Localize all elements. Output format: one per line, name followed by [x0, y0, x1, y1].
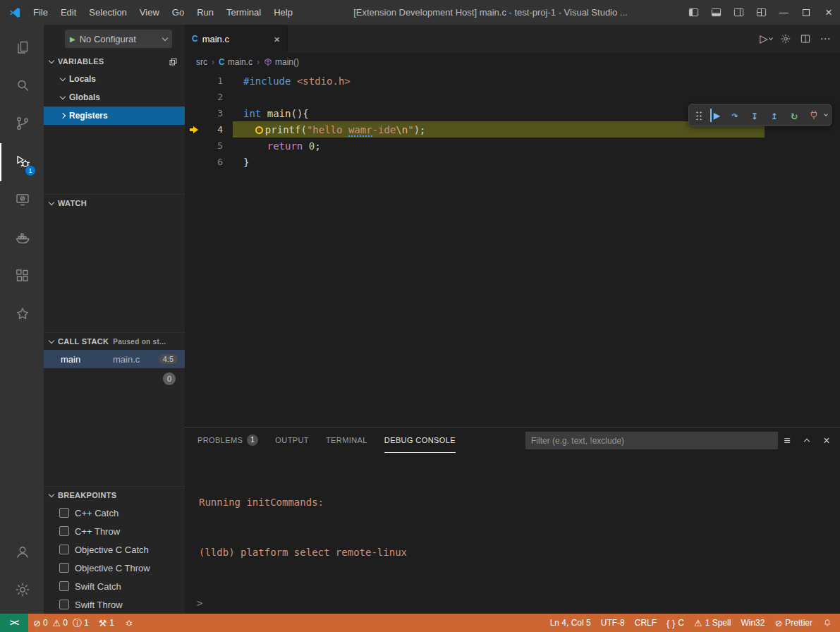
bottom-panel: PROBLEMS 1 OUTPUT TERMINAL DEBUG CONSOLE… — [185, 427, 840, 614]
activity-item-explorer[interactable] — [0, 29, 44, 67]
code-editor[interactable]: ▶ ↷ ↧ ↥ ↻ 1 #include <stdio.h> — [185, 71, 840, 427]
toggle-secondary-sidebar-icon[interactable] — [727, 0, 750, 25]
breakpoint-checkbox[interactable] — [59, 545, 69, 554]
debug-session-status[interactable] — [119, 614, 139, 632]
activity-item-search[interactable] — [0, 67, 44, 105]
variables-scope-registers[interactable]: Registers — [44, 107, 185, 125]
split-editor-button[interactable] — [796, 25, 815, 53]
toggle-sidebar-icon[interactable] — [682, 0, 705, 25]
formatter-status[interactable]: ⊘ Prettier — [769, 614, 817, 632]
code-line[interactable]: 6 } — [185, 154, 840, 170]
watch-section: WATCH — [44, 194, 185, 332]
eol-indicator[interactable]: CRLF — [630, 614, 662, 632]
notifications-bell[interactable] — [817, 614, 837, 632]
settings-button[interactable] — [777, 25, 795, 53]
chevron-down-icon — [60, 93, 66, 99]
activity-item-run-and-debug[interactable]: 1 — [0, 143, 44, 181]
encoding-indicator[interactable]: UTF-8 — [596, 614, 630, 632]
problems-status[interactable]: ⊘0 ⚠0 ⓘ1 — [28, 614, 94, 632]
variables-scope-locals[interactable]: Locals — [44, 70, 185, 88]
console-filter-input[interactable] — [525, 432, 778, 449]
breakpoint-item[interactable]: Objective C Throw — [44, 559, 185, 577]
layout-control-icon[interactable] — [750, 0, 772, 25]
more-actions-button[interactable]: ⋯ — [816, 25, 834, 53]
breakpoint-checkbox[interactable] — [59, 526, 69, 536]
activity-item-source-control[interactable] — [0, 105, 44, 143]
tab-label: main.c — [202, 34, 270, 44]
cursor-position[interactable]: Ln 4, Col 5 — [545, 614, 596, 632]
menu-terminal[interactable]: Terminal — [220, 7, 267, 18]
code-line[interactable]: 2 — [185, 89, 840, 105]
run-file-button[interactable]: ▷ — [757, 25, 775, 53]
chevron-down-icon — [49, 57, 54, 63]
tab-main-c[interactable]: C main.c × — [185, 25, 288, 53]
menu-file[interactable]: File — [27, 7, 54, 18]
drag-handle-icon[interactable] — [695, 111, 702, 120]
breakpoint-item[interactable]: C++ Throw — [44, 522, 185, 540]
tab-terminal[interactable]: TERMINAL — [326, 427, 367, 453]
menu-edit[interactable]: Edit — [54, 7, 83, 18]
menu-run[interactable]: Run — [190, 7, 220, 18]
close-window-button[interactable]: × — [817, 0, 840, 25]
spell-checker-status[interactable]: ⚠ 1 Spell — [689, 614, 736, 632]
line-number: 2 — [203, 92, 223, 102]
platform-indicator[interactable]: Win32 — [736, 614, 769, 632]
code-line[interactable]: 5 return 0; — [185, 138, 840, 154]
console-options-icon[interactable]: ≡ — [781, 435, 793, 447]
call-stack-section-header[interactable]: CALL STACK Paused on st... — [44, 333, 185, 350]
code-line[interactable]: 1 #include <stdio.h> — [185, 73, 840, 89]
tab-debug-console[interactable]: DEBUG CONSOLE — [384, 427, 456, 453]
minimize-button[interactable]: — — [772, 0, 795, 25]
maximize-button[interactable] — [795, 0, 817, 25]
breakpoint-checkbox[interactable] — [59, 600, 69, 609]
stack-frame-row[interactable]: main main.c 4:5 — [44, 350, 185, 368]
breakpoint-item[interactable]: C++ Catch — [44, 504, 185, 522]
chevron-down-icon[interactable] — [824, 112, 828, 116]
console-input[interactable]: > — [185, 592, 840, 614]
accounts-button[interactable] — [0, 533, 44, 571]
maximize-panel-button[interactable] — [801, 435, 813, 447]
variables-section-header[interactable]: VARIABLES — [44, 53, 185, 70]
breakpoint-item[interactable]: Objective C Catch — [44, 540, 185, 559]
breadcrumb-symbol[interactable]: main() — [264, 57, 299, 67]
activity-item-remote-explorer[interactable] — [0, 181, 44, 219]
tab-output[interactable]: OUTPUT — [275, 427, 309, 453]
step-into-button[interactable]: ↧ — [745, 106, 764, 124]
continue-button[interactable]: ▶ — [706, 106, 724, 124]
breakpoint-checkbox[interactable] — [59, 508, 69, 518]
watch-section-header[interactable]: WATCH — [44, 195, 185, 212]
language-mode[interactable]: { } C — [662, 614, 689, 632]
disconnect-button[interactable] — [805, 106, 823, 124]
activity-item-docker[interactable] — [0, 219, 44, 257]
close-tab-icon[interactable]: × — [274, 33, 280, 45]
chevron-down-icon — [49, 199, 54, 205]
menu-help[interactable]: Help — [267, 7, 299, 18]
tools-status[interactable]: ⚒ 1 — [94, 614, 119, 632]
toggle-panel-icon[interactable] — [705, 0, 727, 25]
breadcrumb-file[interactable]: C main.c — [219, 57, 252, 67]
breakpoint-item[interactable]: Swift Throw — [44, 595, 185, 614]
collapse-all-icon[interactable] — [169, 57, 178, 66]
variables-scope-globals[interactable]: Globals — [44, 88, 185, 107]
close-panel-button[interactable]: × — [820, 435, 833, 447]
activity-item-extensions[interactable] — [0, 257, 44, 296]
manage-button[interactable] — [0, 571, 44, 609]
step-over-button[interactable]: ↷ — [726, 106, 744, 124]
breadcrumb-folder[interactable]: src — [196, 57, 207, 67]
activity-item-favorites[interactable] — [0, 296, 44, 334]
breakpoint-gutter[interactable] — [185, 126, 203, 133]
breakpoint-checkbox[interactable] — [59, 581, 69, 591]
remote-indicator[interactable]: >< — [0, 614, 28, 632]
restart-button[interactable]: ↻ — [785, 106, 803, 124]
breakpoint-item[interactable]: Swift Catch — [44, 577, 185, 595]
inline-breakpoint-icon[interactable] — [255, 126, 263, 134]
menu-selection[interactable]: Selection — [83, 7, 133, 18]
breakpoints-section-header[interactable]: BREAKPOINTS — [44, 487, 185, 504]
menu-view[interactable]: View — [133, 7, 166, 18]
tab-problems[interactable]: PROBLEMS 1 — [197, 427, 258, 453]
launch-configuration-dropdown[interactable]: ▶ No Configurat — [65, 30, 172, 48]
menu-go[interactable]: Go — [166, 7, 190, 18]
breakpoint-checkbox[interactable] — [59, 563, 69, 573]
step-out-button[interactable]: ↥ — [765, 106, 784, 124]
continue-icon: ▶ — [710, 109, 721, 122]
